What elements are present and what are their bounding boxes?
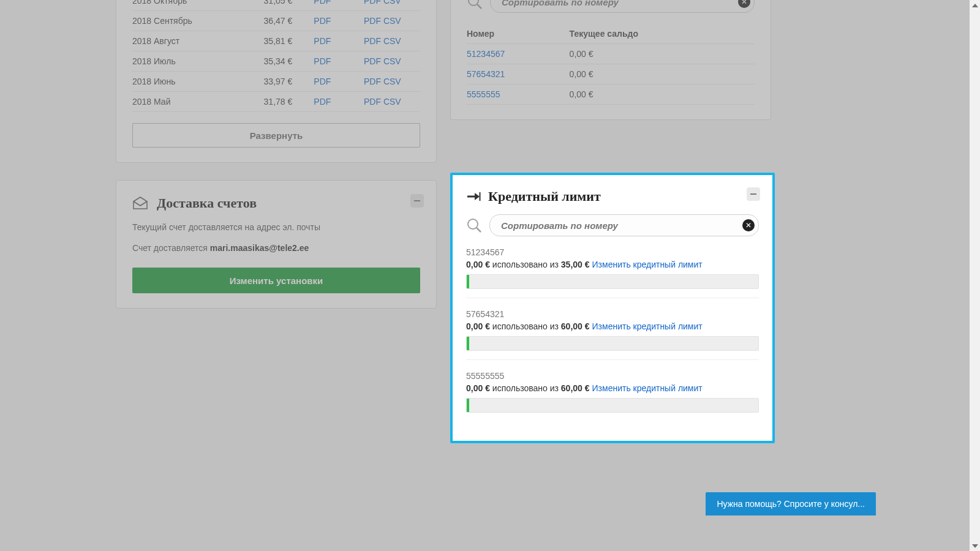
search-icon xyxy=(466,217,482,233)
csv-link[interactable]: CSV xyxy=(383,36,401,46)
mail-icon xyxy=(132,197,148,210)
balance-search[interactable]: ✕ xyxy=(490,0,755,13)
credit-search[interactable]: ✕ xyxy=(489,214,759,236)
csv-link[interactable]: CSV xyxy=(383,0,401,6)
invoice-month: 2018 Сентябрь xyxy=(132,11,264,31)
table-row: 2018 Май31,78 €PDFPDF CSV xyxy=(132,92,420,112)
pdf-link[interactable]: PDF xyxy=(364,97,381,107)
pdf-link[interactable]: PDF xyxy=(314,97,331,107)
credit-search-input[interactable] xyxy=(500,220,742,231)
search-icon xyxy=(467,0,483,10)
change-limit-link[interactable]: Изменить кредитный лимит xyxy=(592,260,703,269)
delivery-title: Доставка счетов xyxy=(157,195,257,211)
csv-link[interactable]: CSV xyxy=(383,77,401,86)
pdf-link[interactable]: PDF xyxy=(364,16,381,26)
delivery-line2: Счет доставляется mari.maasikas@tele2.ee xyxy=(132,243,420,253)
balance-amount: 0,00 € xyxy=(570,64,755,84)
table-row: 576543210,00 € xyxy=(467,64,755,84)
invoice-sum: 35,34 € xyxy=(264,51,314,72)
invoice-month: 2018 Август xyxy=(132,31,264,51)
credit-limit-item: 512345670,00 € использовано из 35,00 €Из… xyxy=(466,247,759,298)
balance-header-amount: Текущее сальдо xyxy=(570,24,755,44)
balance-number-link[interactable]: 51234567 xyxy=(467,49,505,59)
balance-amount: 0,00 € xyxy=(570,44,755,64)
scrollbar[interactable] xyxy=(970,0,980,551)
pdf-link[interactable]: PDF xyxy=(314,56,331,66)
clear-icon[interactable]: ✕ xyxy=(742,219,755,231)
pdf-link[interactable]: PDF xyxy=(364,36,381,46)
table-row: 55555550,00 € xyxy=(467,84,755,105)
pdf-link[interactable]: PDF xyxy=(314,77,331,86)
balance-number-link[interactable]: 57654321 xyxy=(467,69,505,79)
svg-marker-3 xyxy=(475,193,480,200)
credit-usage-line: 0,00 € использовано из 35,00 €Изменить к… xyxy=(466,260,759,269)
help-chat-tab[interactable]: Нужна помощь? Спросите у консул... xyxy=(706,492,876,515)
credit-limit-item: 576543210,00 € использовано из 60,00 €Из… xyxy=(466,309,759,360)
invoice-table: 2018 Октябрь31,05 €PDFPDF CSV2018 Сентяб… xyxy=(132,0,420,112)
table-row: 2018 Июнь33,97 €PDFPDF CSV xyxy=(132,72,420,92)
csv-link[interactable]: CSV xyxy=(383,56,401,66)
change-limit-link[interactable]: Изменить кредитный лимит xyxy=(592,383,703,393)
invoice-month: 2018 Май xyxy=(132,92,264,112)
change-settings-button[interactable]: Изменить установки xyxy=(132,268,420,293)
credit-usage-line: 0,00 € использовано из 60,00 €Изменить к… xyxy=(466,321,759,331)
svg-point-5 xyxy=(468,219,478,229)
svg-line-6 xyxy=(477,228,481,232)
table-row: 2018 Октябрь31,05 €PDFPDF CSV xyxy=(132,0,420,11)
credit-usage-line: 0,00 € использовано из 60,00 €Изменить к… xyxy=(466,383,759,393)
collapse-button[interactable] xyxy=(410,194,424,208)
table-row: 2018 Сентябрь36,47 €PDFPDF CSV xyxy=(132,11,420,31)
arrow-limit-icon xyxy=(466,191,481,202)
invoice-sum: 31,05 € xyxy=(264,0,314,11)
invoice-month: 2018 Июль xyxy=(132,51,264,72)
table-row: 2018 Август35,81 €PDFPDF CSV xyxy=(132,31,420,51)
balance-search-input[interactable] xyxy=(500,0,738,8)
credit-progress-bar xyxy=(466,336,759,351)
collapse-button[interactable] xyxy=(747,187,760,201)
invoice-sum: 35,81 € xyxy=(264,31,314,51)
credit-number: 51234567 xyxy=(466,247,759,257)
expand-button[interactable]: Развернуть xyxy=(132,123,420,148)
balance-number-link[interactable]: 5555555 xyxy=(467,89,500,99)
invoice-sum: 31,78 € xyxy=(264,92,314,112)
pdf-link[interactable]: PDF xyxy=(314,16,331,26)
pdf-link[interactable]: PDF xyxy=(364,56,381,66)
table-row: 512345670,00 € xyxy=(467,44,755,64)
invoice-card: 2018 Октябрь31,05 €PDFPDF CSV2018 Сентяб… xyxy=(116,0,437,163)
invoice-sum: 33,97 € xyxy=(264,72,314,92)
scroll-up-button[interactable] xyxy=(970,0,980,10)
csv-link[interactable]: CSV xyxy=(383,16,401,26)
credit-title: Кредитный лимит xyxy=(488,189,601,204)
delivery-line1: Текущий счет доставляется на адрес эл. п… xyxy=(132,222,420,232)
credit-number: 55555555 xyxy=(466,371,759,381)
invoice-month: 2018 Октябрь xyxy=(132,0,264,11)
balance-amount: 0,00 € xyxy=(570,84,755,105)
invoice-sum: 36,47 € xyxy=(264,11,314,31)
credit-limit-item: 555555550,00 € использовано из 60,00 €Из… xyxy=(466,371,759,421)
clear-icon[interactable]: ✕ xyxy=(738,0,750,8)
credit-number: 57654321 xyxy=(466,309,759,319)
table-row: 2018 Июль35,34 €PDFPDF CSV xyxy=(132,51,420,72)
credit-progress-bar xyxy=(466,398,759,413)
pdf-link[interactable]: PDF xyxy=(364,77,381,86)
delivery-card: Доставка счетов Текущий счет доставляетс… xyxy=(116,180,437,309)
balance-card: ✕ Номер Текущее сальдо 512345670,00 €576… xyxy=(450,0,771,120)
scroll-down-button[interactable] xyxy=(970,541,980,551)
credit-limit-card: Кредитный лимит ✕ 512345670,00 € использ… xyxy=(450,173,775,443)
credit-progress-bar xyxy=(466,274,759,289)
pdf-link[interactable]: PDF xyxy=(364,0,381,6)
pdf-link[interactable]: PDF xyxy=(314,0,331,6)
svg-line-1 xyxy=(477,4,481,9)
csv-link[interactable]: CSV xyxy=(383,97,401,107)
change-limit-link[interactable]: Изменить кредитный лимит xyxy=(592,321,703,331)
balance-header-number: Номер xyxy=(467,24,570,44)
invoice-month: 2018 Июнь xyxy=(132,72,264,92)
pdf-link[interactable]: PDF xyxy=(314,36,331,46)
balance-table: Номер Текущее сальдо 512345670,00 €57654… xyxy=(467,24,755,105)
